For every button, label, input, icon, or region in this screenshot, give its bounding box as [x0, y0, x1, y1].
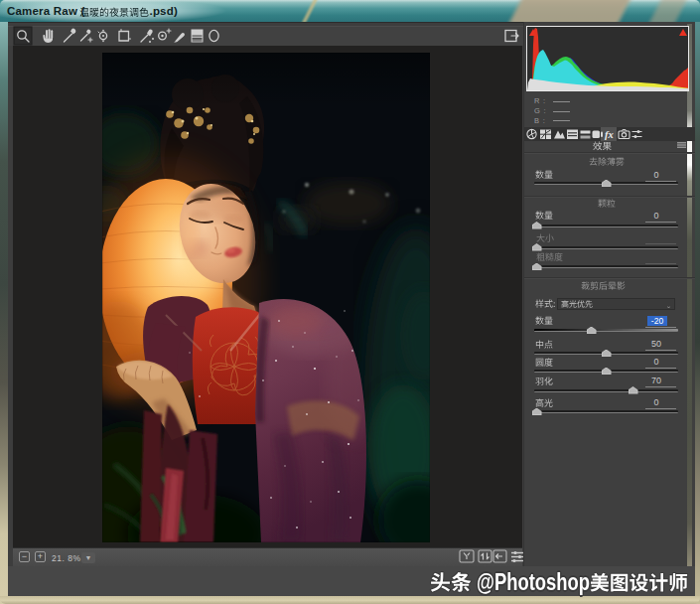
svg-text:fx: fx	[605, 129, 614, 140]
